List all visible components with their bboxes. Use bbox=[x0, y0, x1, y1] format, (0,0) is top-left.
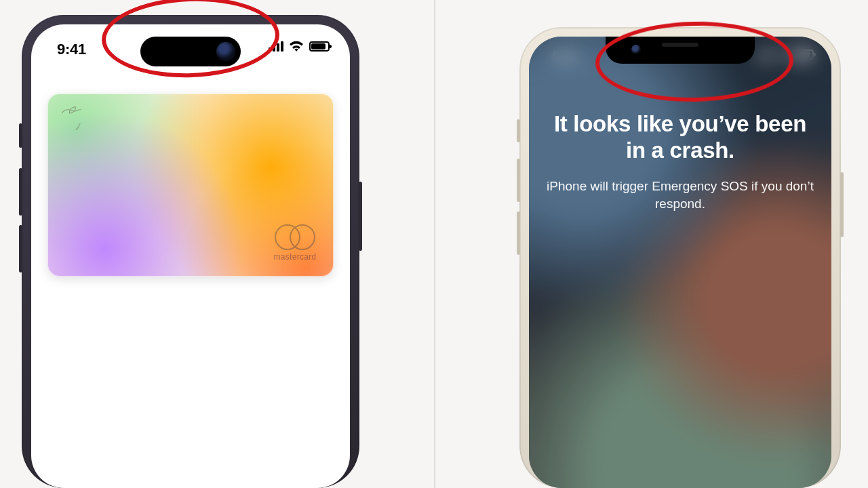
battery-icon bbox=[309, 41, 330, 52]
status-indicators: 5G bbox=[755, 49, 814, 60]
apple-logo-icon bbox=[61, 106, 81, 133]
phone-side-button bbox=[517, 211, 520, 255]
crash-headline: It looks like you’ve been in a crash. bbox=[547, 111, 814, 164]
front-camera-icon bbox=[216, 42, 235, 61]
crash-subline: iPhone will trigger Emergency SOS if you… bbox=[547, 178, 814, 212]
phone-side-button bbox=[19, 225, 22, 272]
phone-side-button bbox=[517, 159, 520, 202]
earpiece-speaker bbox=[662, 43, 698, 47]
phone-screen: 9:41 mastercard bbox=[31, 24, 350, 488]
wifi-icon bbox=[289, 41, 304, 52]
cellular-bars-icon bbox=[755, 49, 770, 60]
crash-detection-alert: It looks like you’ve been in a crash. iP… bbox=[547, 111, 814, 212]
display-notch bbox=[606, 37, 755, 64]
status-time: 9:41 bbox=[57, 41, 86, 58]
phone-side-button bbox=[19, 168, 22, 216]
svg-point-1 bbox=[290, 225, 315, 249]
card-brand-label: mastercard bbox=[273, 252, 317, 262]
battery-icon bbox=[793, 49, 814, 60]
status-indicators bbox=[269, 41, 330, 52]
front-camera-icon bbox=[631, 45, 641, 54]
phone-side-button bbox=[359, 182, 362, 251]
cellular-bars-icon bbox=[269, 41, 283, 52]
phone-screen: 9:41 5G It looks like you’ve been in a c… bbox=[529, 37, 831, 488]
phone-side-button bbox=[517, 119, 520, 142]
dynamic-island bbox=[140, 37, 241, 66]
phone-side-button bbox=[840, 172, 844, 237]
network-type-label: 5G bbox=[776, 49, 788, 60]
mastercard-logo: mastercard bbox=[273, 224, 317, 262]
status-time: 9:41 bbox=[552, 49, 578, 64]
phone-mockup-notch: 9:41 5G It looks like you’ve been in a c… bbox=[519, 27, 841, 488]
apple-card: mastercard bbox=[47, 94, 334, 277]
svg-point-0 bbox=[275, 225, 300, 249]
phone-side-button bbox=[19, 123, 22, 148]
phone-mockup-dynamic-island: 9:41 mastercard bbox=[22, 15, 359, 488]
panel-divider bbox=[434, 0, 435, 488]
